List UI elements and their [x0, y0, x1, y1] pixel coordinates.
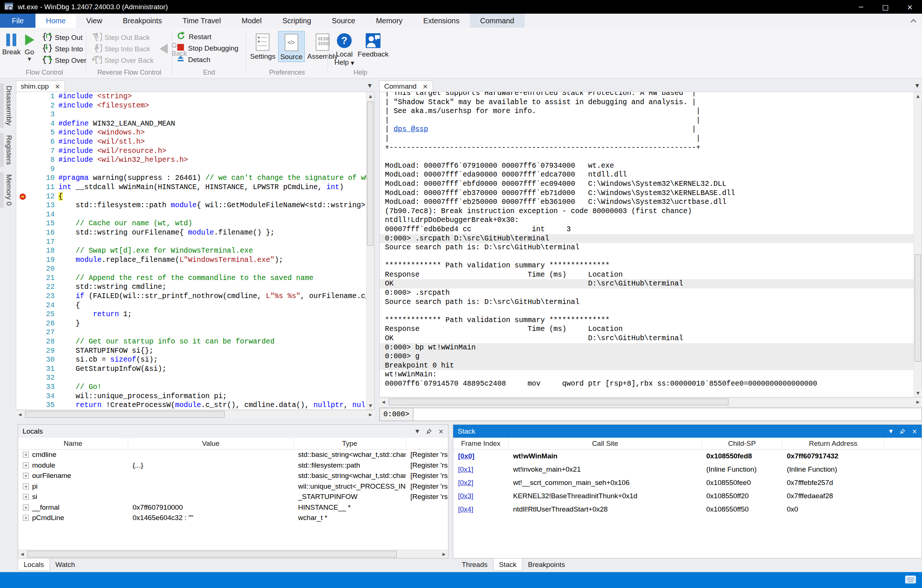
- expander-icon[interactable]: +: [23, 452, 29, 457]
- scrollbar-thumb[interactable]: [915, 255, 921, 362]
- ribbon-tab-model[interactable]: Model: [231, 14, 272, 28]
- command-output[interactable]: | This target supports Hardware-enforced…: [379, 91, 922, 397]
- stack-frame-row[interactable]: [0x3]KERNEL32!BaseThreadInitThunk+0x1d0x…: [453, 489, 922, 503]
- ribbon-tab-file[interactable]: File: [0, 14, 36, 28]
- source-horizontal-scrollbar[interactable]: ◀ ▶: [16, 410, 374, 418]
- scrollbar-thumb[interactable]: [27, 551, 397, 557]
- pin-icon[interactable]: [426, 428, 432, 434]
- close-icon[interactable]: ×: [912, 428, 917, 435]
- pane-menu-icon[interactable]: ▼: [368, 83, 372, 88]
- command-link[interactable]: dps @ssp: [393, 125, 428, 133]
- ribbon-tab-command[interactable]: Command: [470, 14, 525, 28]
- scrollbar-thumb[interactable]: [367, 101, 373, 246]
- locals-row[interactable]: +piwil::unique_struct<_PROCESS_INF...[Re…: [18, 481, 448, 492]
- scrollbar-thumb[interactable]: [25, 411, 225, 418]
- tab-stack[interactable]: Stack: [493, 559, 523, 571]
- scroll-right-icon[interactable]: ▶: [440, 550, 448, 558]
- locals-row[interactable]: +ourFilenamestd::basic_string<wchar_t,st…: [18, 470, 448, 481]
- expander-icon[interactable]: +: [23, 473, 29, 479]
- step-into-button[interactable]: {} Step Into: [42, 43, 87, 55]
- pin-icon[interactable]: [899, 428, 906, 434]
- code-editor[interactable]: 1#include <string>2#include <filesystem>…: [16, 91, 374, 410]
- stack-column-header[interactable]: Frame Index: [453, 438, 508, 449]
- scroll-right-icon[interactable]: ▶: [914, 398, 922, 406]
- stack-frame-row[interactable]: [0x2]wt!__scrt_common_main_seh+0x1060x10…: [453, 476, 922, 489]
- scroll-up-icon[interactable]: ▲: [914, 92, 922, 100]
- local-help-dropdown-icon[interactable]: ▼: [351, 60, 354, 66]
- locals-row[interactable]: +__formal0x7ff607910000HINSTANCE__ *: [18, 502, 448, 513]
- vertical-tab-memory-0[interactable]: Memory 0: [0, 172, 16, 207]
- stack-frame-row[interactable]: [0x1]wt!invoke_main+0x21(Inline Function…: [453, 463, 922, 476]
- locals-row[interactable]: +pCmdLine0x1465e604c32 : ""wchar_t *: [18, 513, 448, 523]
- expander-icon[interactable]: +: [23, 494, 29, 500]
- locals-column-header[interactable]: Type: [293, 438, 405, 449]
- stack-column-header[interactable]: [884, 438, 922, 449]
- step-over-button[interactable]: {} Step Over: [42, 55, 87, 66]
- break-button[interactable]: Break: [2, 31, 21, 68]
- locals-row[interactable]: +si_STARTUPINFOW[Register 'rsp: [18, 492, 448, 502]
- step-out-button[interactable]: {} Step Out: [42, 32, 87, 43]
- close-button[interactable]: ×: [897, 0, 922, 14]
- scroll-left-icon[interactable]: ◀: [18, 550, 26, 558]
- locals-horizontal-scrollbar[interactable]: ◀ ▶: [18, 550, 448, 558]
- ribbon-tab-time-travel[interactable]: Time Travel: [172, 14, 231, 28]
- chevron-down-icon[interactable]: ▼: [415, 428, 419, 434]
- ribbon-tab-breakpoints[interactable]: Breakpoints: [113, 14, 173, 28]
- scroll-up-icon[interactable]: ▲: [366, 92, 374, 100]
- expander-icon[interactable]: +: [23, 505, 29, 510]
- breakpoint-current-line-icon[interactable]: [16, 192, 29, 201]
- locals-column-header[interactable]: Name: [18, 438, 128, 449]
- tab-shim-cpp[interactable]: shim.cpp ×: [16, 80, 65, 91]
- settings-button[interactable]: Settings: [248, 31, 278, 62]
- scrollbar-thumb[interactable]: [389, 399, 728, 405]
- step-over-back-button[interactable]: {} Step Over Back: [92, 55, 154, 66]
- scroll-left-icon[interactable]: ◀: [379, 398, 387, 406]
- tab-threads[interactable]: Threads: [456, 559, 493, 571]
- frame-index-link[interactable]: [0x2]: [458, 479, 473, 487]
- ribbon-tab-scripting[interactable]: Scripting: [272, 14, 321, 28]
- local-help-button[interactable]: ? Local Help ▼: [331, 31, 358, 67]
- scroll-left-icon[interactable]: ◀: [16, 410, 24, 418]
- step-into-back-button[interactable]: {} Step Into Back: [92, 43, 154, 55]
- expander-icon[interactable]: +: [23, 462, 29, 468]
- command-horizontal-scrollbar[interactable]: ◀ ▶: [379, 397, 922, 406]
- ribbon-tab-extensions[interactable]: Extensions: [413, 14, 470, 28]
- source-mode-button[interactable]: </> Source: [278, 31, 305, 62]
- frame-index-link[interactable]: [0x4]: [458, 505, 473, 513]
- close-icon[interactable]: ×: [423, 82, 428, 90]
- scroll-down-icon[interactable]: ▼: [366, 402, 374, 410]
- chevron-down-icon[interactable]: ▼: [889, 428, 893, 434]
- expander-icon[interactable]: +: [23, 515, 29, 521]
- stack-frame-row[interactable]: [0x0]wt!wWinMain0x108550fed80x7ff6079174…: [453, 449, 922, 463]
- ribbon-tab-home[interactable]: Home: [36, 14, 76, 28]
- go-button[interactable]: Go ▼: [21, 31, 38, 68]
- status-bar-icon[interactable]: [905, 575, 916, 586]
- locals-column-header[interactable]: Value: [128, 438, 293, 449]
- stack-column-header[interactable]: Call Site: [508, 438, 701, 449]
- stack-frame-row[interactable]: [0x4]ntdll!RtlUserThreadStart+0x280x1085…: [453, 503, 922, 516]
- command-input[interactable]: [414, 408, 922, 421]
- tab-watch[interactable]: Watch: [50, 559, 80, 571]
- go-dropdown-icon[interactable]: ▼: [28, 57, 31, 62]
- scroll-down-icon[interactable]: ▼: [914, 389, 922, 397]
- frame-index-link[interactable]: [0x0]: [458, 452, 474, 460]
- ribbon-tab-source[interactable]: Source: [321, 14, 365, 28]
- collapse-ribbon-icon[interactable]: [910, 18, 917, 24]
- frame-index-link[interactable]: [0x3]: [458, 492, 473, 500]
- vertical-tab-registers[interactable]: Registers: [0, 133, 16, 167]
- close-icon[interactable]: ×: [438, 428, 444, 435]
- tab-breakpoints[interactable]: Breakpoints: [522, 559, 571, 571]
- ribbon-tab-view[interactable]: View: [76, 14, 113, 28]
- detach-button[interactable]: Detach: [177, 54, 246, 65]
- stack-column-header[interactable]: Child-SP: [701, 438, 782, 449]
- vertical-tab-disassembly[interactable]: Disassembly: [0, 83, 16, 128]
- locals-row[interactable]: +module{...}std::filesystem::path[Regist…: [18, 460, 448, 471]
- locals-column-header[interactable]: [405, 438, 448, 449]
- minimize-button[interactable]: ─: [849, 0, 873, 14]
- feedback-button[interactable]: Feedback: [360, 31, 386, 67]
- restart-button[interactable]: Restart: [177, 31, 246, 42]
- close-icon[interactable]: ×: [55, 82, 60, 90]
- source-vertical-scrollbar[interactable]: ▲ ▼: [366, 92, 374, 410]
- step-out-back-button[interactable]: {} Step Out Back: [92, 32, 154, 43]
- command-vertical-scrollbar[interactable]: ▲ ▼: [914, 92, 922, 397]
